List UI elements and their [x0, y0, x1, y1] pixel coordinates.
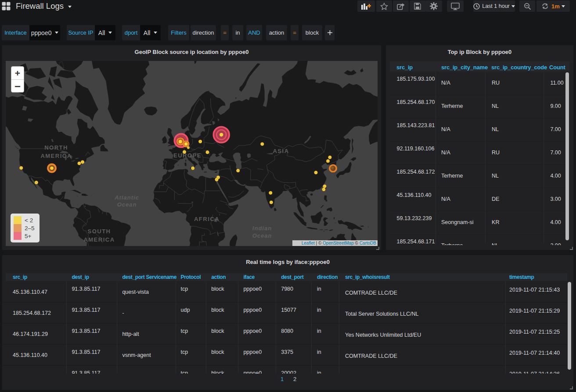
svg-text:SOUTH: SOUTH: [88, 228, 111, 235]
svg-text:Indian: Indian: [252, 225, 272, 232]
svg-text:ASIA: ASIA: [273, 148, 289, 154]
svg-text:Ocean: Ocean: [252, 232, 272, 239]
svg-text:AFRICA: AFRICA: [194, 216, 220, 222]
svg-text:EUROPE: EUROPE: [173, 152, 202, 159]
svg-text:NORTH: NORTH: [44, 144, 68, 151]
svg-text:Atlantic: Atlantic: [114, 194, 139, 201]
svg-text:AMERICA: AMERICA: [83, 236, 115, 243]
svg-text:AMERICA: AMERICA: [40, 153, 72, 159]
svg-text:Ocean: Ocean: [117, 201, 137, 208]
